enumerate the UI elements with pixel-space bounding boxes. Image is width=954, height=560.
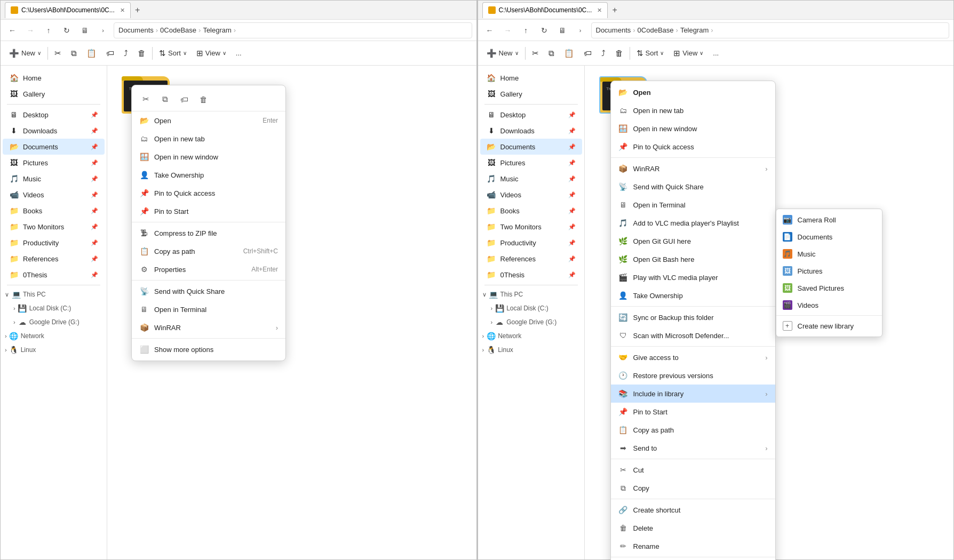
ctx-r-send-to[interactable]: ➡ Send to › (611, 439, 775, 457)
breadcrumb-docs-right[interactable]: Documents (596, 26, 631, 34)
sidebar-gallery-left[interactable]: 🖼 Gallery (3, 86, 105, 102)
ctx-r-play-vlc[interactable]: 🎬 Play with VLC media player (611, 268, 775, 286)
ctx-show-more[interactable]: ⬜ Show more options (132, 340, 285, 358)
sidebar-googledrive-right[interactable]: › ☁ Google Drive (G:) (478, 315, 584, 329)
ctx-r-open-git-bash[interactable]: 🌿 Open Git Bash here (611, 250, 775, 268)
ctx-compress-zip[interactable]: 🗜 Compress to ZIP file (132, 224, 285, 242)
submenu-documents[interactable]: 📄 Documents (776, 228, 882, 245)
ctx-copy-btn[interactable]: ⧉ (156, 91, 173, 108)
sidebar-productivity-right[interactable]: 📁 Productivity 📌 (480, 235, 582, 251)
forward-btn-left[interactable]: → (23, 23, 38, 38)
ctx-copy-path[interactable]: 📋 Copy as path Ctrl+Shift+C (132, 242, 285, 260)
new-tab-btn-left[interactable]: + (131, 3, 145, 17)
breadcrumb-docs[interactable]: Documents (118, 26, 154, 34)
ctx-open-terminal[interactable]: 🖥 Open in Terminal (132, 300, 285, 318)
sidebar-music-left[interactable]: 🎵 Music 📌 (3, 171, 105, 187)
sidebar-thispc-right[interactable]: ∨ 💻 This PC (478, 287, 584, 301)
back-btn-right[interactable]: ← (482, 23, 497, 38)
sidebar-googledrive-left[interactable]: › ☁ Google Drive (G:) (1, 315, 107, 329)
ctx-r-open-terminal[interactable]: 🖥 Open in Terminal (611, 196, 775, 214)
delete-btn-left[interactable]: 🗑 (133, 44, 150, 62)
breadcrumb-0codebase-right[interactable]: 0CodeBase (638, 26, 674, 34)
ctx-r-rename[interactable]: ✏ Rename (611, 537, 775, 555)
submenu-camera-roll[interactable]: 📷 Camera Roll (776, 211, 882, 228)
ctx-r-open-new-tab[interactable]: 🗂 Open in new tab (611, 101, 775, 119)
ctx-r-copy-path[interactable]: 📋 Copy as path (611, 421, 775, 439)
breadcrumb-telegram-right[interactable]: Telegram (680, 26, 709, 34)
sidebar-network-right[interactable]: › 🌐 Network (478, 329, 584, 343)
ctx-r-delete[interactable]: 🗑 Delete (611, 519, 775, 537)
ctx-pin-quick[interactable]: 📌 Pin to Quick access (132, 184, 285, 202)
monitor-btn-left[interactable]: 🖥 (77, 23, 92, 38)
new-tab-btn-right[interactable]: + (608, 3, 622, 17)
submenu-music[interactable]: 🎵 Music (776, 245, 882, 262)
breadcrumb-telegram[interactable]: Telegram (203, 26, 231, 34)
sidebar-gallery-right[interactable]: 🖼 Gallery (480, 86, 582, 102)
new-btn-right[interactable]: ➕ New ∨ (482, 44, 523, 62)
monitor-btn-right[interactable]: 🖥 (555, 23, 570, 38)
up-btn-left[interactable]: ↑ (41, 23, 56, 38)
ctx-open[interactable]: 📂 Open Enter (132, 111, 285, 130)
more-btn-right[interactable]: ... (709, 44, 723, 62)
submenu-pictures[interactable]: 🖼 Pictures (776, 262, 882, 279)
sidebar-downloads-left[interactable]: ⬇ Downloads 📌 (3, 123, 105, 139)
new-btn-left[interactable]: ➕ New ∨ (5, 44, 45, 62)
copy-btn-right[interactable]: ⧉ (544, 44, 559, 62)
sidebar-localdisk-left[interactable]: › 💾 Local Disk (C:) (1, 301, 107, 315)
ctx-r-cut[interactable]: ✂ Cut (611, 461, 775, 479)
tab-right[interactable]: C:\Users\ABohl\Documents\0C... ✕ (482, 2, 608, 18)
expand-btn-left[interactable]: › (96, 23, 110, 38)
ctx-r-create-shortcut[interactable]: 🔗 Create shortcut (611, 501, 775, 519)
paste-btn-right[interactable]: 📋 (560, 44, 578, 62)
paste-btn-left[interactable]: 📋 (82, 44, 101, 62)
tab-close-left[interactable]: ✕ (120, 7, 125, 14)
sidebar-downloads-right[interactable]: ⬇ Downloads 📌 (480, 123, 582, 139)
up-btn-right[interactable]: ↑ (519, 23, 534, 38)
ctx-r-scan-defender[interactable]: 🛡 Scan with Microsoft Defender... (611, 326, 775, 345)
sidebar-0thesis-right[interactable]: 📁 0Thesis 📌 (480, 267, 582, 283)
ctx-properties[interactable]: ⚙ Properties Alt+Enter (132, 260, 285, 278)
ctx-r-take-ownership[interactable]: 👤 Take Ownership (611, 286, 775, 305)
sidebar-desktop-left[interactable]: 🖥 Desktop 📌 (3, 107, 105, 123)
rename-btn-left[interactable]: 🏷 (102, 44, 118, 62)
delete-btn-right[interactable]: 🗑 (611, 44, 627, 62)
sidebar-home-left[interactable]: 🏠 Home (3, 70, 105, 86)
ctx-r-add-vlc-playlist[interactable]: 🎵 Add to VLC media player's Playlist (611, 214, 775, 232)
submenu-videos[interactable]: 🎬 Videos (776, 297, 882, 314)
sidebar-network-left[interactable]: › 🌐 Network (1, 329, 107, 343)
back-btn-left[interactable]: ← (5, 23, 20, 38)
ctx-r-open-new-window[interactable]: 🪟 Open in new window (611, 119, 775, 138)
sidebar-twomonitors-left[interactable]: 📁 Two Monitors 📌 (3, 219, 105, 235)
share-btn-right[interactable]: ⤴ (597, 44, 610, 62)
ctx-r-pin-quick[interactable]: 📌 Pin to Quick access (611, 138, 775, 156)
more-btn-left[interactable]: ... (232, 44, 246, 62)
view-btn-right[interactable]: ⊞ View ∨ (669, 44, 707, 62)
sidebar-localdisk-right[interactable]: › 💾 Local Disk (C:) (478, 301, 584, 315)
sidebar-pictures-right[interactable]: 🖼 Pictures 📌 (480, 155, 582, 171)
expand-btn-right[interactable]: › (573, 23, 588, 38)
sidebar-twomonitors-right[interactable]: 📁 Two Monitors 📌 (480, 219, 582, 235)
submenu-create-new-library[interactable]: + Create new library (776, 317, 882, 334)
ctx-r-pin-start[interactable]: 📌 Pin to Start (611, 403, 775, 421)
ctx-open-new-tab[interactable]: 🗂 Open in new tab (132, 130, 285, 148)
rename-btn-right[interactable]: 🏷 (579, 44, 596, 62)
ctx-r-winrar[interactable]: 📦 WinRAR › (611, 159, 775, 178)
cut-btn-right[interactable]: ✂ (528, 44, 543, 62)
breadcrumb-0codebase[interactable]: 0CodeBase (160, 26, 196, 34)
ctx-rename-btn[interactable]: 🏷 (176, 91, 193, 108)
ctx-cut-btn[interactable]: ✂ (137, 91, 154, 108)
sidebar-documents-right[interactable]: 📂 Documents 📌 (480, 139, 582, 155)
ctx-r-open-git-gui[interactable]: 🌿 Open Git GUI here (611, 232, 775, 250)
sidebar-home-right[interactable]: 🏠 Home (480, 70, 582, 86)
sort-btn-left[interactable]: ⇅ Sort ∨ (155, 44, 191, 62)
ctx-r-give-access[interactable]: 🤝 Give access to › (611, 348, 775, 366)
sidebar-linux-left[interactable]: › 🐧 Linux (1, 343, 107, 357)
ctx-winrar[interactable]: 📦 WinRAR › (132, 318, 285, 337)
sidebar-references-right[interactable]: 📁 References 📌 (480, 251, 582, 267)
tab-left[interactable]: C:\Users\ABohl\Documents\0C... ✕ (5, 2, 131, 18)
sort-btn-right[interactable]: ⇅ Sort ∨ (632, 44, 669, 62)
sidebar-videos-right[interactable]: 📹 Videos 📌 (480, 187, 582, 203)
forward-btn-right[interactable]: → (500, 23, 515, 38)
refresh-btn-left[interactable]: ↻ (59, 23, 74, 38)
ctx-r-open[interactable]: 📂 Open (611, 83, 775, 101)
